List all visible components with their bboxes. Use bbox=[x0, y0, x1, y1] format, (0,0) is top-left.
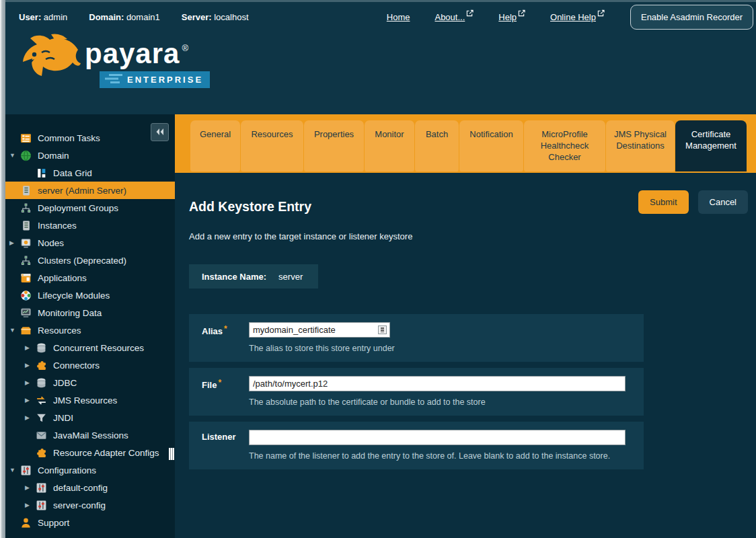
funnel-icon bbox=[36, 412, 47, 424]
sidebar-item-jdbc[interactable]: ▶JDBC bbox=[5, 374, 175, 391]
sidebar-item-connectors[interactable]: ▶Connectors bbox=[5, 356, 175, 374]
sidebar-item-label: Clusters (Deprecated) bbox=[38, 256, 126, 266]
sidebar-item-resource-adapter-configs[interactable]: Resource Adapter Configs bbox=[5, 444, 175, 461]
payara-logo: payara® ENTERPRISE bbox=[16, 32, 756, 93]
online-help-link[interactable]: Online Help bbox=[550, 12, 605, 22]
applications-icon bbox=[20, 272, 32, 284]
tree-right-arrow-icon[interactable]: ▶ bbox=[9, 239, 20, 246]
external-link-icon bbox=[597, 9, 605, 19]
sidebar-item-data-grid[interactable]: Data Grid bbox=[5, 164, 175, 182]
sidebar-item-resources[interactable]: ▼Resources bbox=[5, 321, 175, 339]
required-asterisk: * bbox=[224, 324, 227, 334]
tree-right-arrow-icon[interactable]: ▶ bbox=[25, 414, 36, 421]
instance-name-bar: Instance Name: server bbox=[189, 264, 318, 289]
sidebar-item-support[interactable]: Support bbox=[5, 514, 175, 531]
sidebar-item-label: Resource Adapter Configs bbox=[53, 448, 159, 458]
tree-right-arrow-icon[interactable]: ▶ bbox=[25, 379, 36, 386]
tab-notification[interactable]: Notification bbox=[459, 120, 523, 171]
content-area: Add Keystore Entry Submit Cancel Add a n… bbox=[175, 190, 756, 469]
listener-label: Listener bbox=[202, 430, 249, 461]
sliders-icon bbox=[20, 465, 32, 476]
sidebar-item-domain[interactable]: ▼Domain bbox=[5, 147, 175, 164]
sidebar-item-label: Data Grid bbox=[53, 168, 92, 178]
sidebar-item-label: Lifecycle Modules bbox=[38, 291, 110, 301]
sidebar-item-applications[interactable]: Applications bbox=[5, 269, 175, 286]
sidebar-item-label: Applications bbox=[38, 273, 87, 283]
alias-label: Alias* bbox=[202, 322, 249, 353]
globe-icon bbox=[20, 150, 32, 161]
file-help-text: The absolute path to the certificate or … bbox=[249, 397, 644, 407]
tab-jms-physical-destinations[interactable]: JMS Physical Destinations bbox=[606, 120, 675, 171]
autofill-icon[interactable] bbox=[378, 325, 387, 334]
tree-down-arrow-icon[interactable]: ▼ bbox=[9, 467, 20, 473]
tree-right-arrow-icon[interactable]: ▶ bbox=[25, 484, 36, 491]
tab-general[interactable]: General bbox=[190, 120, 240, 171]
enable-asadmin-recorder-button[interactable]: Enable Asadmin Recorder bbox=[630, 5, 753, 30]
sidebar-item-label: Nodes bbox=[38, 238, 64, 248]
tab-resources[interactable]: Resources bbox=[241, 120, 303, 171]
required-asterisk: * bbox=[218, 378, 221, 387]
tab-bar: GeneralResourcesPropertiesMonitorBatchNo… bbox=[175, 114, 756, 173]
file-input[interactable] bbox=[249, 376, 626, 391]
keystore-entry-form: Alias*The alias to store this store entr… bbox=[189, 314, 748, 469]
sidebar-item-configurations[interactable]: ▼Configurations bbox=[5, 461, 175, 479]
sidebar-item-label: JNDI bbox=[53, 413, 73, 423]
home-link[interactable]: Home bbox=[387, 12, 410, 22]
sidebar-item-clusters-deprecated[interactable]: Clusters (Deprecated) bbox=[5, 252, 175, 269]
tree-right-arrow-icon[interactable]: ▶ bbox=[25, 397, 36, 404]
sidebar-item-server-admin-server[interactable]: server (Admin Server) bbox=[5, 182, 175, 199]
sidebar-item-javamail-sessions[interactable]: JavaMail Sessions bbox=[5, 426, 175, 444]
tab-properties[interactable]: Properties bbox=[304, 120, 364, 171]
header: User: adminDomain: domain1Server: localh… bbox=[5, 0, 756, 114]
sidebar-item-label: Configurations bbox=[38, 465, 96, 475]
sliders-icon bbox=[36, 500, 47, 511]
sidebar-item-label: default-config bbox=[53, 483, 108, 493]
sidebar-item-label: JavaMail Sessions bbox=[53, 430, 128, 440]
file-label: File* bbox=[202, 376, 249, 407]
node-icon bbox=[20, 237, 32, 249]
sidebar-item-monitoring-data[interactable]: Monitoring Data bbox=[5, 304, 175, 321]
alias-input[interactable] bbox=[249, 322, 390, 338]
tree-right-arrow-icon[interactable]: ▶ bbox=[25, 502, 36, 508]
database-icon bbox=[36, 342, 47, 354]
puzzle-icon bbox=[36, 360, 47, 371]
tab-certificate-management[interactable]: Certificate Management bbox=[675, 120, 747, 171]
sidebar-item-nodes[interactable]: ▶Nodes bbox=[5, 234, 175, 252]
tree-right-arrow-icon[interactable]: ▶ bbox=[25, 362, 36, 369]
help-link[interactable]: Help bbox=[498, 12, 525, 22]
topbar: User: adminDomain: domain1Server: localh… bbox=[5, 0, 756, 31]
sidebar-item-label: Monitoring Data bbox=[38, 308, 102, 318]
sidebar-item-jms-resources[interactable]: ▶JMS Resources bbox=[5, 391, 175, 409]
sidebar-item-server-config[interactable]: ▶server-config bbox=[5, 496, 175, 514]
tree-down-arrow-icon[interactable]: ▼ bbox=[9, 152, 20, 159]
listener-input[interactable] bbox=[249, 430, 626, 445]
uservalue-pair: User: admin bbox=[19, 12, 67, 22]
cluster-icon bbox=[20, 202, 32, 214]
tab-microprofile-healthcheck-checker[interactable]: MicroProfile Healthcheck Checker bbox=[524, 120, 605, 171]
about-link[interactable]: About... bbox=[434, 12, 474, 22]
tree-right-arrow-icon[interactable]: ▶ bbox=[25, 344, 36, 351]
cluster-icon bbox=[20, 255, 32, 266]
sidebar-item-default-config[interactable]: ▶default-config bbox=[5, 479, 175, 496]
sidebar-collapse-button[interactable] bbox=[151, 123, 169, 141]
sidebar-item-concurrent-resources[interactable]: ▶Concurrent Resources bbox=[5, 339, 175, 356]
sidebar-item-instances[interactable]: Instances bbox=[5, 217, 175, 234]
tab-monitor[interactable]: Monitor bbox=[365, 120, 414, 171]
edition-badge: ENTERPRISE bbox=[100, 71, 210, 88]
pane-splitter-handle[interactable] bbox=[169, 448, 174, 460]
sidebar-item-lifecycle-modules[interactable]: Lifecycle Modules bbox=[5, 286, 175, 304]
cancel-button[interactable]: Cancel bbox=[698, 190, 748, 214]
external-link-icon bbox=[518, 9, 525, 19]
sliders-icon bbox=[36, 482, 47, 494]
sidebar-item-deployment-groups[interactable]: Deployment Groups bbox=[5, 199, 175, 217]
sidebar-item-label: Resources bbox=[38, 325, 81, 336]
speed-lines-icon bbox=[105, 74, 122, 85]
submit-button[interactable]: Submit bbox=[638, 190, 688, 214]
tab-batch[interactable]: Batch bbox=[415, 120, 459, 171]
sidebar-item-common-tasks[interactable]: Common Tasks bbox=[5, 129, 175, 147]
sidebar-item-jndi[interactable]: ▶JNDI bbox=[5, 409, 175, 426]
registered-mark: ® bbox=[182, 43, 189, 53]
tree-down-arrow-icon[interactable]: ▼ bbox=[9, 327, 20, 334]
topbar-links: HomeAbout...HelpOnline Help bbox=[387, 12, 605, 22]
puzzle-icon bbox=[36, 447, 47, 459]
